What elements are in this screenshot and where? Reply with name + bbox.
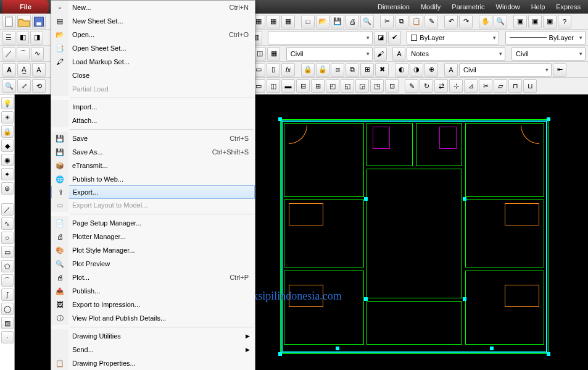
tool-icon[interactable]: ◰ [326, 79, 339, 93]
tool-icon[interactable]: ▣ [528, 15, 542, 28]
menu-new[interactable]: ▫ New... Ctrl+N [51, 1, 255, 14]
style-civil-dropdown[interactable]: Civil [286, 47, 373, 61]
tool-icon[interactable]: ⊛ [1, 182, 14, 195]
constraint-icon[interactable]: ⊞ [360, 63, 374, 77]
draw-line-icon[interactable]: ／ [1, 203, 14, 216]
draw-icon[interactable]: ∿ [31, 47, 44, 61]
layer-icon[interactable]: ☰ [2, 31, 15, 44]
menu-close[interactable]: Close [51, 69, 255, 82]
menu-modify[interactable]: Modify [421, 3, 441, 11]
menu-page-setup[interactable]: 📄 Page Setup Manager... [51, 216, 255, 230]
tool-icon[interactable]: ▣ [513, 15, 527, 28]
modify-icon[interactable]: ⊓ [508, 79, 522, 93]
draw-circle-icon[interactable]: ○ [1, 232, 14, 244]
print-icon[interactable]: 🖨 [346, 15, 359, 28]
app-file-button[interactable]: File [2, 0, 49, 14]
menu-open-sheet-set[interactable]: 📑 Open Sheet Set... [51, 41, 255, 55]
modify-icon[interactable]: ✂ [479, 79, 492, 93]
undo-icon[interactable]: ↶ [444, 15, 458, 28]
layer-dropdown[interactable] [268, 31, 373, 44]
tool-icon[interactable]: ▯ [267, 63, 280, 77]
menu-plot-preview[interactable]: 🔍 Plot Preview [51, 257, 255, 271]
menu-plot-style[interactable]: 🎨 Plot Style Manager... [51, 243, 255, 257]
draw-pline-icon[interactable]: ∿ [1, 217, 14, 230]
fx-icon[interactable]: fx [281, 63, 295, 77]
constraint-icon[interactable]: ⧈ [331, 63, 344, 77]
tool-icon[interactable]: ◫ [267, 79, 280, 93]
dim-style-icon[interactable]: A [444, 63, 458, 77]
modify-icon[interactable]: ⇄ [434, 79, 448, 93]
civil3-dropdown[interactable]: Civil [459, 63, 552, 77]
draw-line-icon[interactable]: ／ [2, 47, 15, 61]
draw-hatch-icon[interactable]: ▨ [1, 317, 14, 329]
menu-help[interactable]: Help [531, 3, 545, 11]
open-folder-icon[interactable]: 📂 [316, 15, 329, 28]
mtext-icon[interactable]: A [2, 63, 16, 77]
tool-icon[interactable]: ◲ [355, 79, 369, 93]
layer-icon[interactable]: ◪ [374, 31, 387, 44]
light-bulb-icon[interactable]: 💡 [1, 97, 14, 109]
menu-plot[interactable]: 🖨 Plot... Ctrl+P [51, 271, 255, 284]
text-style-icon[interactable]: A [392, 47, 405, 61]
menu-export[interactable]: ⇪ Export... [51, 185, 255, 199]
menu-drawing-properties[interactable]: 📋 Drawing Properties... [51, 356, 255, 370]
menu-export-impression[interactable]: 🖼 Export to Impression... [51, 298, 255, 311]
open-folder-icon[interactable] [17, 15, 31, 28]
modify-icon[interactable]: ↻ [420, 79, 433, 93]
match-icon[interactable]: ✎ [424, 15, 438, 28]
tool-icon[interactable]: ◳ [370, 79, 384, 93]
menu-plotter-manager[interactable]: 🖨 Plotter Manager... [51, 230, 255, 243]
constraint-icon[interactable]: ⧉ [346, 63, 359, 77]
pan-icon[interactable]: ✋ [479, 15, 492, 28]
save-icon[interactable]: 💾 [331, 15, 344, 28]
modify-icon[interactable]: ⊹ [449, 79, 463, 93]
paste-icon[interactable]: 📋 [410, 15, 423, 28]
dim-icon[interactable]: ⇤ [553, 63, 566, 77]
layer-icon[interactable]: ◧ [17, 31, 30, 44]
draw-point-icon[interactable]: · [1, 331, 14, 343]
menu-import[interactable]: Import... [51, 100, 255, 114]
zoom-extents-icon[interactable]: ⤢ [17, 79, 31, 93]
tool-icon[interactable]: ⊞ [311, 79, 325, 93]
bylayer-dropdown[interactable]: ByLayer [407, 31, 499, 44]
brush-icon[interactable]: 🖌 [374, 47, 387, 61]
draw-polygon-icon[interactable]: ⬠ [1, 260, 14, 272]
zoom-window-icon[interactable]: 🔍 [2, 79, 16, 93]
modify-icon[interactable]: ▱ [494, 79, 507, 93]
draw-ellipse-icon[interactable]: ◯ [1, 303, 14, 315]
menu-window[interactable]: Window [496, 3, 520, 11]
tool-icon[interactable]: ◱ [341, 79, 354, 93]
menu-view-plot-details[interactable]: ⓘ View Plot and Publish Details... [51, 311, 255, 325]
tool-icon[interactable]: ◐ [395, 63, 408, 77]
delete-constraint-icon[interactable]: ✖ [375, 63, 389, 77]
menu-drawing-utilities[interactable]: Drawing Utilities ▶ [51, 329, 255, 343]
preview-icon[interactable]: 🔍 [360, 15, 374, 28]
linestyle-dropdown[interactable]: ByLayer [505, 31, 586, 44]
save-icon[interactable] [32, 15, 46, 28]
modify-icon[interactable]: ⊿ [464, 79, 478, 93]
menu-open[interactable]: 📂 Open... Ctrl+O [51, 28, 255, 41]
menu-etransmit[interactable]: 📦 eTransmit... [51, 159, 255, 172]
lock-icon[interactable]: 🔓 [316, 63, 329, 77]
tool-icon[interactable]: ✦ [1, 168, 14, 180]
menu-send[interactable]: Send... ▶ [51, 343, 255, 356]
copy-icon[interactable]: ⧉ [395, 15, 408, 28]
draw-arc-icon[interactable]: ⌒ [1, 274, 14, 287]
sun-icon[interactable]: ☀ [1, 111, 14, 124]
new-file-icon[interactable] [2, 15, 16, 28]
lock-icon[interactable]: 🔒 [1, 125, 14, 138]
modify-icon[interactable]: ⊔ [523, 79, 537, 93]
draw-arc-icon[interactable]: ⌒ [17, 47, 30, 61]
tool-icon[interactable]: ⊕ [424, 63, 438, 77]
menu-save[interactable]: 💾 Save Ctrl+S [51, 132, 255, 145]
layer-icon[interactable]: ◨ [30, 31, 43, 44]
tool-icon[interactable]: ◉ [1, 154, 14, 166]
zoom-prev-icon[interactable]: ⟲ [32, 79, 46, 93]
redo-icon[interactable]: ↷ [459, 15, 473, 28]
new-file-icon[interactable]: □ [301, 15, 315, 28]
help-icon[interactable]: ? [558, 15, 571, 28]
text-icon[interactable]: A̲ [17, 63, 31, 77]
table-icon[interactable]: ▦ [267, 47, 280, 61]
menu-publish[interactable]: 📤 Publish... [51, 284, 255, 298]
menu-load-markup[interactable]: 🖍 Load Markup Set... [51, 55, 255, 69]
